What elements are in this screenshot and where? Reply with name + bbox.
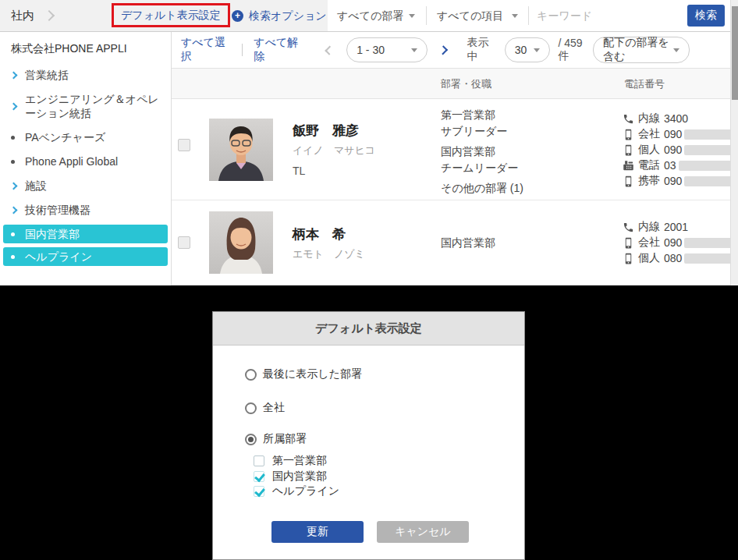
table-header: 部署・役職 電話番号 [172, 69, 730, 99]
chevron-right-icon [11, 73, 25, 78]
sidebar-item-phone-appli-global[interactable]: Phone Appli Global [0, 152, 171, 171]
phone-number[interactable]: 090 [664, 144, 682, 156]
sidebar-item-eigyoutoukatsu[interactable]: 営業統括 [0, 66, 171, 84]
bullet-icon [11, 160, 25, 164]
table-row[interactable]: 柄本 希 エモト ノゾミ 国内営業部 内線 2001 会社 [172, 200, 730, 285]
bullet-icon [11, 255, 25, 259]
showing-label: 表示中 [467, 36, 497, 64]
department-select[interactable]: すべての部署 [337, 0, 403, 31]
redacted-number [684, 129, 733, 140]
radio-whole-company[interactable]: 全社 [245, 401, 285, 415]
chevron-down-icon [512, 14, 518, 18]
redacted-number [684, 176, 733, 186]
chevron-right-icon [11, 183, 25, 189]
bullet-icon [11, 232, 25, 236]
checkbox-kokunai-eigyoubu[interactable]: 国内営業部 [254, 470, 327, 484]
total-count: / 459 件 [558, 37, 593, 63]
divider [528, 6, 529, 25]
radio-last-displayed-dept[interactable]: 最後に表示した部署 [245, 367, 362, 381]
checkbox-checked-icon[interactable] [254, 471, 264, 482]
chevron-down-icon [673, 48, 679, 52]
default-display-settings-button[interactable]: デフォルト表示設定 [121, 9, 221, 23]
chevron-down-icon [409, 14, 415, 18]
mobile-icon [623, 144, 634, 156]
chevron-down-icon [534, 48, 540, 52]
chevron-right-icon [44, 10, 55, 21]
company-name: 株式会社PHONE APPLI [0, 42, 171, 66]
page-range-select[interactable]: 1 - 30 [346, 37, 428, 62]
phone-number[interactable]: 2001 [664, 221, 688, 233]
breadcrumb: 社内 [11, 0, 34, 31]
handset-icon [623, 113, 634, 125]
redacted-number [684, 253, 733, 264]
radio-icon[interactable] [245, 369, 257, 381]
scrollbar-thumb[interactable] [732, 6, 738, 100]
phone-number[interactable]: 090 [664, 236, 682, 249]
deskphone-icon [623, 160, 634, 172]
mobile-icon [623, 175, 634, 187]
department-name: 国内営業部 [441, 235, 495, 251]
department-role: サブリーダー [441, 123, 523, 140]
mobile-icon [623, 129, 634, 140]
name-block: 飯野 雅彦 イイノ マサヒコ TL [293, 122, 375, 177]
checkbox-icon[interactable] [254, 455, 264, 466]
prev-page-icon[interactable] [325, 45, 334, 55]
table-row[interactable]: 飯野 雅彦 イイノ マサヒコ TL 第一営業部 サブリーダー 国内営業部 チーム… [172, 99, 730, 200]
red-highlight-box: デフォルト表示設定 [112, 3, 230, 27]
profile-photo [209, 211, 273, 274]
sidebar-item-gijutsu-kanri[interactable]: 技術管理機器 [0, 200, 171, 219]
divider [426, 6, 427, 25]
contact-kana: エモト ノゾミ [293, 247, 365, 261]
deselect-all-button[interactable]: すべて解除 [254, 36, 303, 64]
bullet-icon [11, 136, 25, 140]
phone-number[interactable]: 03 [664, 159, 676, 172]
include-sub-depts-select[interactable]: 配下の部署を含む [593, 37, 690, 63]
keyword-input[interactable] [537, 5, 662, 27]
phone-number[interactable]: 080 [664, 252, 682, 264]
app-window: 社内 デフォルト表示設定 + 検索オプション すべての部署 すべての項目 検索 … [0, 0, 738, 285]
column-header-department: 部署・役職 [441, 69, 491, 99]
sidebar-item-pa-ventures[interactable]: PAベンチャーズ [0, 128, 171, 147]
divider [242, 44, 243, 56]
phone-number[interactable]: 090 [664, 175, 682, 187]
other-departments-link[interactable]: その他の部署 (1) [441, 180, 523, 197]
department-role: チームリーダー [441, 160, 523, 176]
checkbox-helpline[interactable]: ヘルプライン [254, 484, 339, 498]
radio-selected-icon[interactable] [245, 434, 257, 445]
search-button[interactable]: 検索 [687, 5, 725, 27]
checkbox-checked-icon[interactable] [254, 486, 264, 497]
sidebar-item-helpline[interactable]: ヘルプライン [3, 247, 168, 266]
checkbox-daiichi-eigyoubu[interactable]: 第一営業部 [254, 454, 327, 468]
radio-own-dept[interactable]: 所属部署 [245, 432, 307, 446]
column-header-phone: 電話番号 [624, 69, 665, 99]
sidebar-item-kokunai-eigyoubu[interactable]: 国内営業部 [3, 225, 168, 243]
dialog-title: デフォルト表示設定 [213, 312, 524, 346]
department-name: 第一営業部 [441, 107, 523, 123]
phone-number[interactable]: 090 [664, 128, 682, 140]
mobile-icon [623, 253, 634, 264]
phonebook-app-screen: { "topbar": { "breadcrumb": "社内", "defau… [0, 0, 738, 560]
phone-cell: 内線 3400 会社 090 個人 090 [623, 111, 735, 189]
next-page-icon[interactable] [438, 45, 448, 55]
field-select[interactable]: すべての項目 [437, 0, 503, 31]
contact-name: 柄本 希 [293, 225, 365, 243]
row-checkbox[interactable] [178, 236, 190, 249]
cancel-button[interactable]: キャンセル [377, 521, 469, 543]
page-size-select[interactable]: 30 [505, 37, 551, 62]
select-all-button[interactable]: すべて選択 [181, 36, 231, 64]
top-bar: 社内 デフォルト表示設定 + 検索オプション すべての部署 すべての項目 検索 [0, 0, 738, 32]
phone-number[interactable]: 3400 [664, 112, 688, 125]
plus-circle-icon[interactable]: + [232, 10, 243, 22]
mobile-icon [623, 237, 634, 249]
update-button[interactable]: 更新 [271, 521, 364, 543]
sidebar-item-engineering[interactable]: エンジニアリング＆オペレーション統括 [0, 90, 171, 122]
sidebar-item-shisetsu[interactable]: 施設 [0, 176, 171, 195]
row-checkbox[interactable] [178, 139, 190, 151]
contact-name: 飯野 雅彦 [293, 122, 375, 140]
vertical-scrollbar[interactable] [730, 0, 738, 285]
profile-photo [209, 119, 273, 181]
search-options-button[interactable]: 検索オプション [249, 0, 327, 31]
radio-icon[interactable] [245, 402, 257, 414]
search-panel: すべての部署 すべての項目 検索 [328, 0, 730, 31]
redacted-number [679, 161, 735, 171]
